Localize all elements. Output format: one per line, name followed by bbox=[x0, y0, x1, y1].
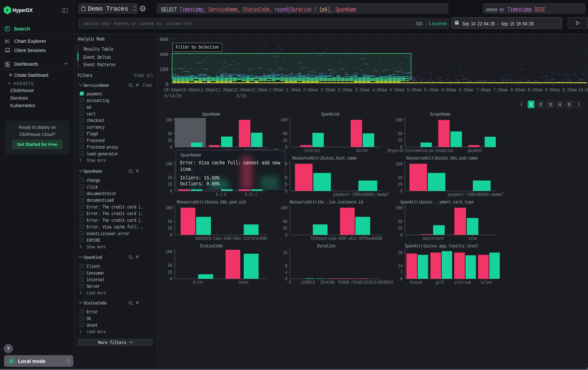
svg-text:2: 2 bbox=[539, 102, 542, 108]
svg-text:50: 50 bbox=[168, 131, 172, 137]
svg-text:25: 25 bbox=[398, 226, 402, 231]
svg-text:25: 25 bbox=[398, 138, 402, 143]
svg-text:Clear all: Clear all bbox=[134, 73, 153, 78]
svg-text:Inliers: 15.60%: Inliers: 15.60% bbox=[180, 175, 220, 181]
svg-text:2:30am: 2:30am bbox=[320, 87, 335, 93]
svg-text:2944180: 2944180 bbox=[320, 280, 335, 285]
svg-text:Demo Traces: Demo Traces bbox=[88, 5, 128, 12]
svg-text:6:00am: 6:00am bbox=[441, 87, 456, 93]
svg-text:Filter by Selection: Filter by Selection bbox=[176, 45, 219, 50]
svg-text:8:00am: 8:00am bbox=[510, 87, 525, 93]
svg-text:6:30am: 6:30am bbox=[459, 87, 473, 93]
svg-text:Server: Server bbox=[356, 148, 368, 153]
svg-text:@hyperdx/instrumentation-excep: @hyperdx/instrumentation-exception bbox=[388, 148, 453, 153]
svg-text:round(: round( bbox=[274, 6, 290, 13]
svg-text:4:00am: 4:00am bbox=[372, 87, 387, 93]
svg-text:bronze: bronze bbox=[410, 280, 422, 285]
svg-text:DESC: DESC bbox=[535, 6, 545, 13]
svg-text:ScopeName: ScopeName bbox=[430, 112, 451, 117]
svg-text:mastercard: mastercard bbox=[423, 236, 443, 241]
svg-text:100: 100 bbox=[396, 205, 402, 211]
svg-text:0: 0 bbox=[400, 189, 402, 194]
svg-text:SpanAttributes.app.loyalty.lev: SpanAttributes.app.loyalty.level bbox=[405, 243, 478, 249]
svg-text:0.51.1: 0.51.1 bbox=[245, 192, 257, 197]
svg-text:Duration: Duration bbox=[290, 6, 312, 13]
svg-text:ResourceAttributes.host.name: ResourceAttributes.host.name bbox=[292, 156, 357, 161]
svg-text:Analysis Mode: Analysis Mode bbox=[78, 36, 105, 42]
svg-text:SpanName: SpanName bbox=[84, 169, 102, 174]
svg-text:25: 25 bbox=[168, 226, 172, 231]
svg-text:50: 50 bbox=[398, 175, 402, 180]
svg-text:Unset: Unset bbox=[239, 280, 249, 285]
svg-text:item.: item. bbox=[180, 167, 193, 172]
svg-text:Chart Explorer: Chart Explorer bbox=[14, 39, 46, 44]
svg-text:0: 0 bbox=[285, 189, 287, 194]
svg-text:|: | bbox=[425, 21, 428, 27]
svg-text:50: 50 bbox=[168, 263, 172, 268]
svg-text:Client: Client bbox=[87, 264, 100, 269]
svg-text:7: 7 bbox=[400, 270, 402, 275]
svg-text:100: 100 bbox=[165, 249, 172, 255]
svg-text:PRESETS: PRESETS bbox=[14, 81, 34, 86]
svg-text:ResourceAttributes.k8s.pod.uid: ResourceAttributes.k8s.pod.uid bbox=[177, 200, 246, 205]
svg-text:SpanKind: SpanKind bbox=[84, 255, 102, 260]
svg-text:600: 600 bbox=[159, 37, 168, 43]
svg-text:Internal: Internal bbox=[87, 277, 105, 283]
svg-text:28: 28 bbox=[398, 250, 402, 256]
svg-text:Timestamp,: Timestamp, bbox=[179, 6, 206, 13]
svg-text:Error: The credit card (…: Error: The credit card (… bbox=[87, 204, 143, 210]
svg-text:Dashboards: Dashboards bbox=[14, 61, 38, 67]
svg-text:3: 3 bbox=[549, 102, 552, 108]
svg-text:visa: visa bbox=[469, 236, 477, 241]
svg-text:More filters: More filters bbox=[98, 340, 126, 346]
svg-text:0: 0 bbox=[166, 81, 168, 88]
svg-text:0: 0 bbox=[170, 189, 172, 194]
svg-text:Results Table: Results Table bbox=[84, 46, 113, 52]
svg-text:400: 400 bbox=[159, 52, 168, 58]
svg-text:25: 25 bbox=[168, 270, 172, 275]
svg-text:5: 5 bbox=[568, 102, 571, 108]
svg-text:Error: Error bbox=[193, 280, 203, 285]
svg-text:EXPIRE: EXPIRE bbox=[87, 238, 100, 243]
svg-text:1:00am: 1:00am bbox=[269, 87, 283, 93]
svg-text:99930810: 99930810 bbox=[377, 280, 393, 285]
svg-text:Services: Services bbox=[10, 95, 28, 100]
svg-text:0: 0 bbox=[400, 276, 402, 282]
svg-text:1e6: 1e6 bbox=[319, 6, 327, 13]
svg-text:0: 0 bbox=[285, 145, 287, 150]
svg-text:Error: The credit card (…: Error: The credit card (… bbox=[87, 218, 143, 223]
svg-text:4: 4 bbox=[285, 270, 287, 275]
svg-text:Lucene: Lucene bbox=[429, 21, 447, 27]
svg-text:Client Sessions: Client Sessions bbox=[14, 48, 46, 53]
svg-text:50: 50 bbox=[398, 219, 402, 224]
svg-text:12:30am: 12:30am bbox=[250, 87, 267, 93]
svg-text:25: 25 bbox=[168, 138, 172, 143]
svg-text:1:30am: 1:30am bbox=[286, 87, 300, 93]
svg-text:11:30pm: 11:30pm bbox=[216, 87, 233, 93]
svg-text:5:00am: 5:00am bbox=[407, 87, 421, 93]
svg-text:payment: payment bbox=[87, 91, 102, 97]
svg-text:Create Dashboard: Create Dashboard bbox=[14, 72, 48, 78]
svg-text:0: 0 bbox=[170, 276, 172, 282]
svg-text:5:30am: 5:30am bbox=[424, 87, 439, 93]
svg-text:U: U bbox=[10, 359, 13, 364]
svg-text:5e02b5fb-13ae-4296-bbbc-111f42: 5e02b5fb-13ae-4296-bbbc-111f423c460d bbox=[195, 236, 267, 241]
svg-text:16: 16 bbox=[283, 250, 287, 256]
svg-text:Error: The credit card (…: Error: The credit card (… bbox=[87, 211, 143, 217]
svg-text:25: 25 bbox=[398, 182, 402, 187]
svg-text:),: ), bbox=[327, 6, 333, 13]
svg-text:ClickHouse Cloud?: ClickHouse Cloud? bbox=[19, 132, 55, 137]
svg-text:gold: gold bbox=[436, 280, 444, 285]
svg-text:100: 100 bbox=[165, 117, 172, 123]
svg-text:currency: currency bbox=[87, 125, 105, 130]
svg-text:SELECT: SELECT bbox=[161, 6, 177, 13]
svg-text:/: / bbox=[314, 6, 317, 13]
svg-text:8:30am: 8:30am bbox=[528, 87, 542, 93]
svg-text:11:00pm: 11:00pm bbox=[198, 87, 215, 93]
svg-text:0: 0 bbox=[285, 276, 287, 282]
svg-text:759483: 759483 bbox=[351, 280, 363, 285]
svg-text:1198813: 1198813 bbox=[301, 280, 315, 285]
svg-text:SpanAttributes...yment.card_ty: SpanAttributes...yment.card_type bbox=[400, 200, 474, 205]
svg-text:Show more: Show more bbox=[87, 245, 106, 250]
svg-text:Error: Visa cache full: cannot: Error: Visa cache full: cannot add new bbox=[180, 160, 280, 166]
